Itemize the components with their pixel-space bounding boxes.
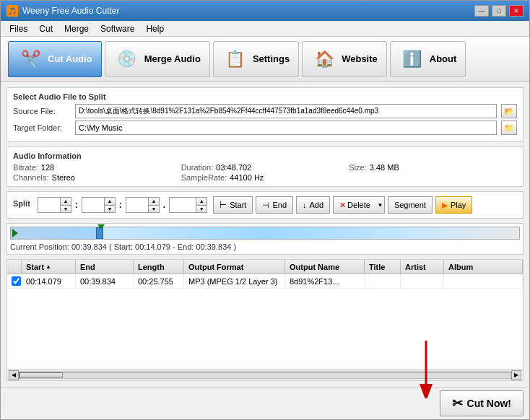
end-button[interactable]: ⊣ End xyxy=(256,196,293,214)
size-value: 3.48 MB xyxy=(370,163,399,172)
footer: ✂ Cut Now! xyxy=(1,387,529,419)
row-artist xyxy=(401,274,444,288)
spin-up-4[interactable]: ▲ xyxy=(196,198,207,206)
cut-now-label: Cut Now! xyxy=(467,398,511,409)
target-folder-input[interactable] xyxy=(75,121,497,135)
settings-icon: 📋 xyxy=(222,46,248,72)
menu-merge[interactable]: Merge xyxy=(58,22,95,35)
settings-label: Settings xyxy=(253,53,290,64)
cut-now-button[interactable]: ✂ Cut Now! xyxy=(440,390,524,416)
start-label: Start xyxy=(230,201,246,209)
timeline-handle[interactable] xyxy=(96,227,103,239)
table-header: Start ▲ End Length Output Format Output … xyxy=(7,260,523,274)
about-button[interactable]: ℹ️ About xyxy=(390,41,466,77)
time-spinner-2[interactable]: 0 ▲ ▼ xyxy=(82,197,116,213)
scroll-left-btn[interactable]: ◀ xyxy=(9,370,19,380)
red-arrow xyxy=(414,341,439,398)
settings-button[interactable]: 📋 Settings xyxy=(213,41,299,77)
main-window: 🎵 Weeny Free Audio Cutter — □ ✕ Files Cu… xyxy=(0,0,530,420)
timeline-progress xyxy=(11,227,97,239)
time-input-2[interactable]: 0 xyxy=(82,198,104,212)
window-controls: — □ ✕ xyxy=(474,5,524,17)
horizontal-scrollbar[interactable]: ◀ ▶ xyxy=(7,369,523,380)
website-icon: 🏠 xyxy=(311,46,337,72)
minimize-button[interactable]: — xyxy=(474,5,489,17)
spin-arrows-2: ▲ ▼ xyxy=(104,198,115,212)
scroll-right-btn[interactable]: ▶ xyxy=(511,370,521,380)
timeline-track[interactable] xyxy=(10,227,520,240)
spin-up-3[interactable]: ▲ xyxy=(149,198,159,206)
start-icon: ⊢ xyxy=(220,201,227,210)
size-label: Size: xyxy=(349,163,366,172)
merge-audio-button[interactable]: 💿 Merge Audio xyxy=(105,41,210,77)
time-spinner-1[interactable]: 0 ▲ ▼ xyxy=(38,197,71,213)
add-icon: ↓ xyxy=(303,201,307,209)
audio-info-title: Audio Information xyxy=(13,152,517,160)
size-info: Size: 3.48 MB xyxy=(349,163,517,172)
start-button[interactable]: ⊢ Start xyxy=(213,196,253,214)
delete-label: Delete xyxy=(347,201,370,209)
play-button[interactable]: ▶ Play xyxy=(435,196,472,214)
delete-group: ✕ Delete ▼ xyxy=(333,196,385,214)
menu-files[interactable]: Files xyxy=(4,22,33,35)
about-label: About xyxy=(430,53,457,64)
delete-button[interactable]: ✕ Delete xyxy=(333,196,376,214)
row-title xyxy=(365,274,401,288)
spin-down-4[interactable]: ▼ xyxy=(196,206,207,213)
channels-value: Stereo xyxy=(52,173,75,182)
row-checkbox[interactable] xyxy=(12,276,21,286)
menu-software[interactable]: Software xyxy=(95,22,140,35)
play-icon: ▶ xyxy=(442,201,448,210)
close-button[interactable]: ✕ xyxy=(509,5,524,17)
col-header-end: End xyxy=(76,260,134,274)
app-icon: 🎵 xyxy=(6,5,18,17)
add-button[interactable]: ↓ Add xyxy=(296,196,330,214)
menu-help[interactable]: Help xyxy=(140,22,170,35)
menu-bar: Files Cut Merge Software Help xyxy=(1,21,529,37)
col-header-start: Start ▲ xyxy=(22,260,76,274)
scrollbar-thumb[interactable] xyxy=(19,372,63,378)
segment-label: Segment xyxy=(394,201,426,209)
target-folder-row: Target Folder: 📁 xyxy=(13,121,517,135)
samplerate-info: SampleRate: 44100 Hz xyxy=(181,173,349,182)
timeline-position-marker xyxy=(97,224,105,229)
bitrate-label: Bitrate: xyxy=(13,163,38,172)
time-input-1[interactable]: 0 xyxy=(38,198,60,212)
time-input-4[interactable]: 834 xyxy=(170,198,196,212)
channels-label: Channels: xyxy=(13,173,49,182)
toolbar: ✂️ Cut Audio 💿 Merge Audio 📋 Settings 🏠 … xyxy=(1,37,529,82)
channels-info: Channels: Stereo xyxy=(13,173,181,182)
col-header-format: Output Format xyxy=(184,260,285,274)
window-title: Weeny Free Audio Cutter xyxy=(22,6,474,16)
col-header-checkbox xyxy=(7,260,22,274)
add-label: Add xyxy=(310,201,324,209)
segment-button[interactable]: Segment xyxy=(388,196,433,214)
website-button[interactable]: 🏠 Website xyxy=(302,41,387,77)
colon-3: . xyxy=(163,200,165,210)
time-spinner-3[interactable]: 39 ▲ ▼ xyxy=(126,197,160,213)
browse-target-button[interactable]: 📁 xyxy=(501,121,517,135)
scissors-icon: ✂ xyxy=(452,395,463,411)
source-file-input[interactable] xyxy=(75,104,497,118)
spin-up-1[interactable]: ▲ xyxy=(61,198,71,206)
audio-info-grid: Bitrate: 128 Duration: 03:48.702 Size: 3… xyxy=(13,163,517,182)
time-input-3[interactable]: 39 xyxy=(126,198,148,212)
time-spinner-4[interactable]: 834 ▲ ▼ xyxy=(169,197,207,213)
spin-down-2[interactable]: ▼ xyxy=(105,206,115,213)
table-body: 00:14.079 00:39.834 00:25.755 MP3 (MPEG … xyxy=(7,274,523,369)
delete-dropdown[interactable]: ▼ xyxy=(376,196,385,214)
cut-audio-button[interactable]: ✂️ Cut Audio xyxy=(8,41,102,77)
table-row: 00:14.079 00:39.834 00:25.755 MP3 (MPEG … xyxy=(7,274,523,289)
browse-source-button[interactable]: 📂 xyxy=(501,104,517,118)
timeline-start-marker xyxy=(12,229,18,237)
spin-down-1[interactable]: ▼ xyxy=(61,206,71,213)
row-album xyxy=(444,274,523,288)
maximize-button[interactable]: □ xyxy=(492,5,506,17)
split-controls-row: Split 0 ▲ ▼ : 0 ▲ ▼ : xyxy=(13,196,517,214)
spin-up-2[interactable]: ▲ xyxy=(105,198,115,206)
col-header-album: Album xyxy=(444,260,523,274)
split-title: Split xyxy=(13,199,30,208)
menu-cut[interactable]: Cut xyxy=(33,22,58,35)
spin-down-3[interactable]: ▼ xyxy=(149,206,159,213)
row-end: 00:39.834 xyxy=(76,274,134,288)
